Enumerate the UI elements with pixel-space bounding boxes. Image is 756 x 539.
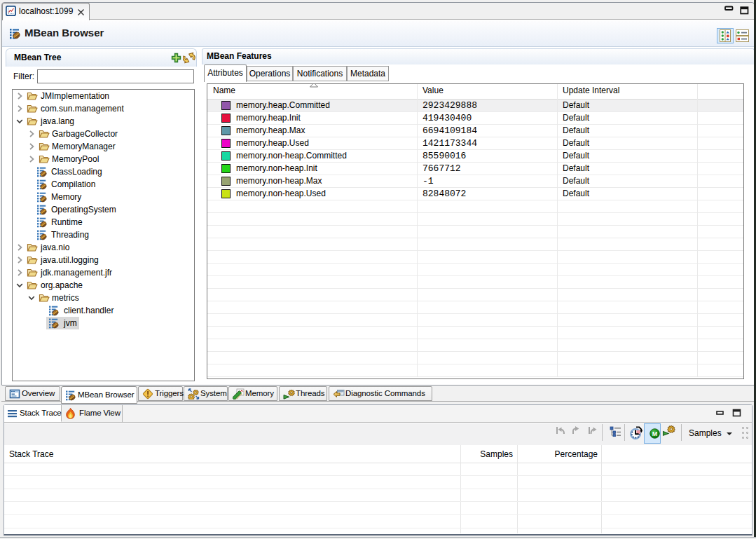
svg-text:M: M <box>652 430 658 437</box>
